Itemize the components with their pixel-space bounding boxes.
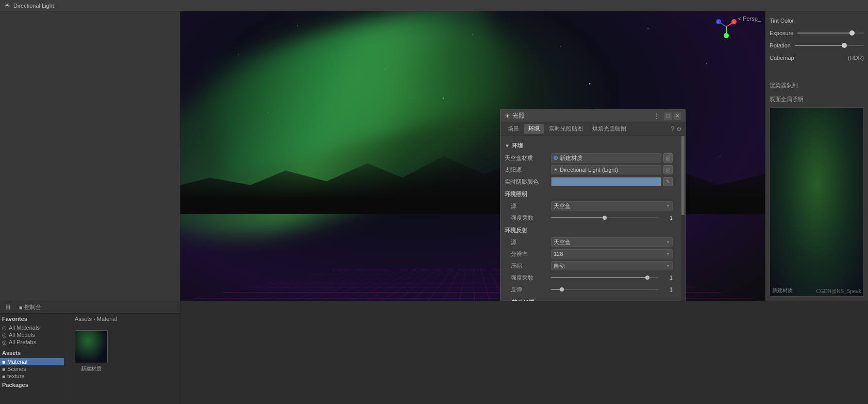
- env-lighting-source-dropdown[interactable]: 天空盒 ▼: [551, 201, 673, 211]
- dropdown-arrow: ▼: [666, 204, 670, 208]
- sun-source-select-btn[interactable]: ◎: [663, 165, 673, 174]
- file-browser-panel: 目 ■ 控制台 Favorites ◎ All Materials ◎ All …: [0, 301, 180, 404]
- env-reflection-compression-dropdown[interactable]: 自动 ▼: [551, 261, 673, 270]
- favorite-icon-2: ◎: [2, 332, 7, 338]
- exposure-slider-fill: [797, 33, 850, 34]
- preview-watermark: CGDN@NS_Speak: [816, 288, 861, 294]
- dialog-scrollbar[interactable]: [681, 136, 685, 301]
- dialog-scrollbar-thumb[interactable]: [681, 136, 685, 215]
- env-lighting-source-label: 源: [505, 202, 551, 210]
- tab-realtime-lightmaps[interactable]: 实时光照贴图: [545, 124, 587, 134]
- cubemap-row: Cubemap (HDR): [770, 53, 864, 63]
- asset-texture-item[interactable]: ■ texture: [2, 373, 64, 380]
- env-reflection-intensity-slider[interactable]: 1: [551, 274, 673, 281]
- tint-color-row: Tint Color: [770, 15, 864, 26]
- dropdown-arrow4: ▼: [666, 264, 670, 268]
- rotation-slider[interactable]: [795, 45, 864, 46]
- env-reflection-source-value: 天空盒 ▼: [551, 237, 673, 247]
- dialog-maximize-btn[interactable]: □: [664, 112, 672, 120]
- preview-material-label: 新建材质: [772, 287, 793, 294]
- viewport: X Z Y < Persp_ ☀ 光照 ⋮ □ ✕ 场景: [180, 11, 765, 301]
- skybox-material-select-btn[interactable]: ◎: [663, 153, 673, 163]
- cubemap-label: Cubemap: [770, 55, 794, 61]
- exposure-slider-thumb: [849, 30, 855, 36]
- dropdown-arrow2: ▼: [666, 240, 670, 245]
- env-lighting-intensity-value: 1: [660, 215, 673, 221]
- rotation-slider-track: [795, 45, 864, 46]
- env-reflection-compression-label: 压缩: [505, 262, 551, 270]
- other-settings-arrow: ▼: [505, 300, 510, 301]
- tab-scene-hierarchy[interactable]: 目: [2, 302, 14, 312]
- asset-material-item[interactable]: ■ Material: [0, 358, 64, 365]
- asset-label-new-material: 新建材质: [81, 365, 102, 373]
- favorite-all-models[interactable]: ◎ All Models: [2, 331, 64, 338]
- asset-thumb-aurora: [75, 331, 107, 363]
- dialog-close-btn[interactable]: ✕: [674, 112, 681, 120]
- exposure-slider-track: [797, 33, 864, 34]
- skybox-radio-dot: [554, 156, 558, 160]
- tab-baked-lightmaps[interactable]: 烘焙光照贴图: [588, 124, 630, 134]
- shadow-color-edit-btn[interactable]: ✎: [663, 177, 673, 186]
- section-arrow: ▼: [505, 143, 510, 149]
- skybox-material-row: 天空盒材质 新建材质 ◎: [505, 153, 673, 163]
- env-reflection-header: 环境反射: [505, 225, 673, 235]
- sun-source-field[interactable]: ☀ Directional Light (Light): [551, 165, 661, 174]
- dialog-settings-icon[interactable]: ⚙: [676, 125, 682, 133]
- sun-source-row: 太阳源 ☀ Directional Light (Light) ◎: [505, 165, 673, 175]
- dialog-tabs: 场景 环境 实时光照贴图 烘焙光照贴图 ? ⚙: [500, 122, 685, 136]
- env-reflection-label: 环境反射: [505, 227, 551, 234]
- env-reflection-compression-value: 自动 ▼: [551, 261, 673, 270]
- env-reflection-source-label: 源: [505, 238, 551, 246]
- tab-console[interactable]: ■ 控制台: [16, 302, 44, 312]
- env-reflection-bounces-slider[interactable]: 1: [551, 286, 673, 293]
- bottom-area: 目 ■ 控制台 Favorites ◎ All Materials ◎ All …: [0, 301, 868, 404]
- env-reflection-resolution-dropdown[interactable]: 128 ▼: [551, 249, 673, 258]
- env-reflection-intensity-value: 1: [660, 274, 673, 281]
- bottom-tabs: 目 ■ 控制台: [0, 301, 180, 314]
- dialog-help-icon[interactable]: ?: [671, 125, 674, 133]
- folder-icon-2: ■: [2, 366, 5, 372]
- env-reflection-bounces-value: 1: [660, 286, 673, 293]
- dialog-title-icon: ☀: [505, 112, 510, 120]
- asset-thumb-new-material: [75, 330, 108, 363]
- exposure-slider[interactable]: [797, 33, 864, 34]
- refl-intensity-slider-fill: [551, 277, 647, 278]
- tab-scene[interactable]: 场景: [504, 124, 523, 134]
- sun-source-value: ☀ Directional Light (Light) ◎: [551, 165, 673, 174]
- env-lighting-intensity-slider[interactable]: 1: [551, 215, 673, 221]
- env-reflection-resolution-row: 分辨率 128 ▼: [505, 249, 673, 259]
- asset-scenes-item[interactable]: ■ Scenes: [2, 365, 64, 373]
- env-reflection-source-row: 源 天空盒 ▼: [505, 237, 673, 247]
- bottom-content: Favorites ◎ All Materials ◎ All Models ◎…: [0, 314, 180, 404]
- env-reflection-bounces-row: 反弹 1: [505, 284, 673, 295]
- env-lighting-source-row: 源 天空盒 ▼: [505, 201, 673, 211]
- intensity-slider-thumb: [603, 216, 607, 220]
- shadow-color-field[interactable]: [551, 177, 661, 186]
- dialog-title-text: 光照: [512, 111, 651, 120]
- rotation-slider-fill: [795, 45, 843, 46]
- env-reflection-bounces-label: 反弹: [505, 286, 551, 294]
- assets-content-panel: Assets › Material 新建材质: [66, 316, 178, 402]
- favorites-panel: Favorites ◎ All Materials ◎ All Models ◎…: [2, 316, 64, 402]
- rotation-label: Rotation: [770, 42, 791, 49]
- svg-text:Y: Y: [725, 36, 727, 39]
- viewport-gizmo[interactable]: X Z Y: [713, 14, 739, 40]
- shadow-color-row: 实时阴影颜色 ✎: [505, 176, 673, 187]
- app-icon: ☀: [4, 2, 10, 9]
- right-panel: Tint Color Exposure Rotation: [765, 11, 868, 301]
- rotation-slider-thumb: [842, 43, 847, 48]
- tab-environment[interactable]: 环境: [524, 124, 544, 134]
- env-reflection-intensity-row: 强度乘数 1: [505, 272, 673, 283]
- favorite-all-prefabs[interactable]: ◎ All Prefabs: [2, 338, 64, 346]
- refl-intensity-slider-thumb: [645, 276, 649, 280]
- env-reflection-source-dropdown[interactable]: 天空盒 ▼: [551, 237, 673, 247]
- dialog-titlebar: ☀ 光照 ⋮ □ ✕: [500, 110, 685, 122]
- favorite-all-materials[interactable]: ◎ All Materials: [2, 324, 64, 331]
- exposure-label: Exposure: [770, 30, 793, 36]
- env-reflection-intensity-label: 强度乘数: [505, 274, 551, 282]
- skybox-material-field[interactable]: 新建材质: [551, 153, 661, 163]
- asset-item-new-material[interactable]: 新建材质: [75, 330, 108, 373]
- asset-grid: 新建材质: [71, 326, 178, 377]
- skybox-material-label: 天空盒材质: [505, 154, 551, 162]
- dialog-menu-btn[interactable]: ⋮: [653, 112, 660, 120]
